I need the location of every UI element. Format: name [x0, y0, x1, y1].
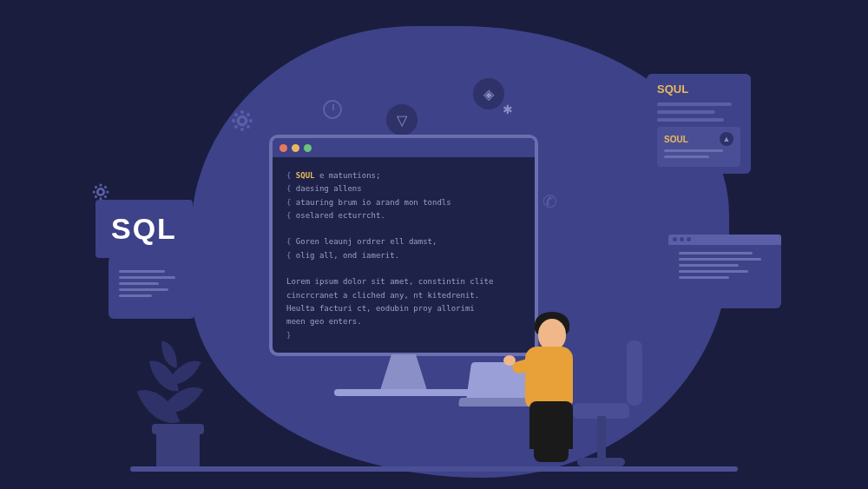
- gear-icon: [230, 109, 254, 133]
- code-icon: ◈: [473, 78, 504, 109]
- sql-sub-card: SOUL▲: [657, 127, 740, 167]
- phone-icon: ✆: [542, 191, 563, 212]
- person-illustration: [495, 293, 616, 466]
- close-dot-icon: [279, 144, 287, 152]
- svg-point-1: [97, 188, 103, 195]
- monitor-stand: [373, 354, 434, 389]
- plant: [135, 333, 221, 472]
- sub-card-title: SOUL: [664, 135, 688, 144]
- window-header: [668, 235, 781, 245]
- browser-window-card: [668, 235, 781, 308]
- desk-line: [130, 466, 738, 472]
- code-snippet-card: [108, 256, 195, 319]
- window-titlebar: [273, 138, 535, 157]
- clock-icon: [323, 100, 342, 119]
- nav-icon: ▲: [720, 132, 733, 146]
- sql-badge: SQL: [95, 200, 193, 258]
- min-dot-icon: [292, 144, 299, 152]
- sql-card: SQUL SOUL▲: [647, 74, 751, 174]
- gear-icon: [91, 182, 110, 202]
- card-title: SQUL: [657, 83, 740, 96]
- play-icon: ▽: [386, 104, 418, 135]
- monitor-base: [334, 389, 473, 396]
- star-icon: ✱: [501, 102, 515, 116]
- max-dot-icon: [304, 144, 312, 152]
- svg-point-0: [238, 116, 246, 124]
